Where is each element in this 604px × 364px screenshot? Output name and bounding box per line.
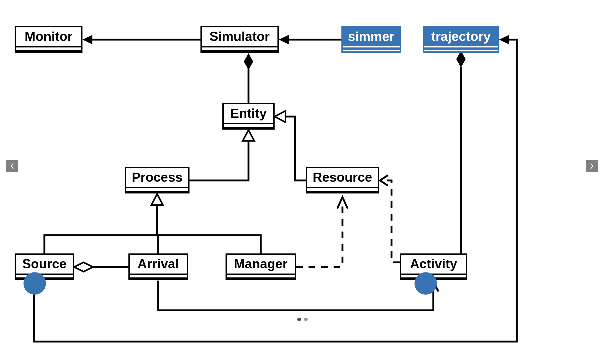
marker-activity-dot [414,272,437,295]
pager-dot-1[interactable] [297,318,301,321]
class-box-trajectory: trajectory [423,26,499,53]
pager-dot-2[interactable] [304,318,308,321]
class-box-resource: Resource [306,167,379,193]
class-box-simmer: simmer [341,26,401,53]
chevron-left-icon [10,163,14,169]
svg-rect-23 [0,50,279,364]
class-name-monitor: Monitor [16,27,81,46]
pager [297,318,308,321]
class-name-activity: Activity [401,255,466,273]
class-box-entity: Entity [222,103,275,130]
class-box-source: Source [15,253,74,280]
svg-marker-40 [499,35,509,44]
prev-button[interactable] [6,160,18,172]
class-name-trajectory: trajectory [424,27,498,46]
class-box-arrival: Arrival [128,253,188,280]
class-name-entity: Entity [224,104,273,123]
class-name-manager: Manager [227,255,295,273]
class-name-source: Source [16,255,73,273]
class-box-process: Process [125,167,190,193]
class-box-manager: Manager [226,253,296,280]
next-button[interactable] [586,160,598,172]
connectors-final [0,0,604,364]
class-name-process: Process [126,168,188,186]
marker-source-dot [23,272,46,295]
class-name-simulator: Simulator [202,27,277,46]
diagram-canvas: MonitorSimulatorsimmertrajectoryEntityPr… [0,0,604,364]
class-box-monitor: Monitor [15,26,82,53]
class-name-resource: Resource [307,168,378,186]
class-name-arrival: Arrival [130,255,187,273]
chevron-right-icon [590,163,594,169]
class-name-simmer: simmer [343,27,400,46]
svg-rect-25 [512,0,604,364]
class-box-simulator: Simulator [200,26,279,53]
